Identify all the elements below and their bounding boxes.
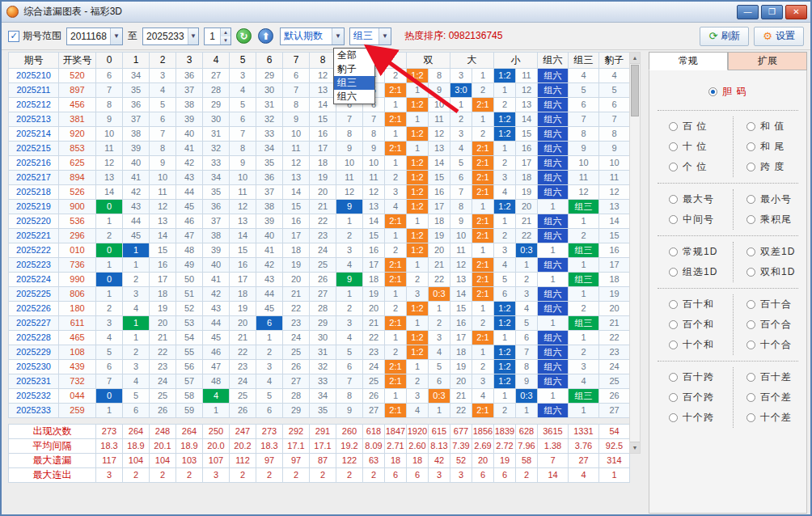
radio-option[interactable]: 最大号 (669, 189, 733, 209)
column-header: 7 (283, 53, 310, 69)
radio-option[interactable]: 百十和 (669, 294, 733, 315)
radio-option[interactable]: 百 位 (669, 116, 733, 137)
radio-option[interactable]: 十个差 (746, 408, 798, 428)
step-spinner[interactable]: 1 ▲▼ (204, 27, 231, 45)
radio-option[interactable]: 十个和 (669, 335, 733, 355)
radio-option[interactable]: 十 位 (669, 137, 733, 157)
close-button[interactable]: ✕ (785, 5, 807, 19)
spin-down-icon[interactable]: ▼ (221, 36, 230, 44)
omission-cell: 2:1 (385, 316, 407, 331)
omission-cell: 1 (494, 142, 516, 156)
stats-value: 3 (96, 468, 123, 483)
scrollbar-thumb[interactable] (631, 65, 639, 116)
omission-cell: 56 (176, 360, 203, 374)
jump-latest-icon[interactable]: ⬆ (258, 28, 273, 44)
radio-option[interactable]: 百个和 (669, 315, 733, 335)
omission-cell: 9 (516, 374, 538, 389)
vertical-scrollbar[interactable]: ▲ ▼ (629, 52, 641, 454)
settings-button[interactable]: ⚙ 设置 (754, 27, 804, 46)
to-label: 至 (128, 29, 137, 43)
radio-option[interactable]: 百个跨 (669, 387, 733, 408)
chevron-down-icon: ▼ (379, 28, 391, 44)
scroll-up-icon[interactable]: ▲ (630, 53, 640, 64)
omission-cell: 23 (283, 316, 310, 331)
radio-option[interactable]: 百个差 (746, 387, 798, 408)
apply-range-icon[interactable]: ↻ (236, 28, 252, 44)
range-checkbox[interactable]: ✓ (8, 31, 19, 42)
omission-cell: 39 (123, 142, 150, 156)
radio-option[interactable]: 跨 度 (746, 157, 798, 177)
radio-option[interactable]: 百十跨 (669, 367, 733, 387)
omission-cell: 2:1 (385, 404, 407, 418)
radio-option[interactable]: 和 值 (746, 116, 798, 137)
omission-cell: 1 (494, 83, 516, 98)
omission-cell: 20 (283, 273, 310, 287)
omission-cell: 36 (203, 200, 230, 214)
range-to-select[interactable]: 2025233 ▼ (142, 27, 199, 45)
omission-cell: 18 (450, 345, 472, 360)
radio-option[interactable]: 个 位 (669, 157, 733, 177)
omission-cell: 22 (310, 214, 336, 229)
radio-option[interactable]: 十个合 (746, 335, 798, 355)
range-from-select[interactable]: 2011168 ▼ (66, 27, 123, 45)
dropdown-item[interactable]: 组三 (334, 76, 374, 90)
title-bar: 综合遗漏图表 - 福彩3D — ❐ ✕ (2, 2, 810, 23)
omission-cell: 1 (450, 98, 472, 112)
table-row: 2025212456836538295318146611:21012:1213组… (9, 98, 630, 112)
omission-cell: 7 (599, 112, 630, 127)
omission-cell: 48 (203, 374, 230, 389)
radio-option[interactable]: 百十合 (746, 294, 798, 315)
omission-cell: 1 (538, 273, 569, 287)
omission-cell: 3 (96, 316, 123, 331)
omission-cell: 1:2 (494, 374, 516, 389)
omission-cell: 1:2 (407, 302, 429, 316)
omission-cell: 11 (363, 171, 385, 185)
radio-icon (669, 340, 678, 349)
drawn-number-cell: 465 (59, 331, 96, 345)
tab-extended[interactable]: 扩展 (728, 52, 807, 70)
scroll-down-icon[interactable]: ▼ (630, 442, 640, 453)
omission-cell: 19 (363, 287, 385, 302)
stats-value: 7.96 (516, 439, 538, 454)
spin-up-icon[interactable]: ▲ (221, 28, 230, 36)
omission-cell: 13 (283, 171, 310, 185)
omission-cell: 25 (150, 389, 176, 404)
omission-cell: 14 (310, 98, 336, 112)
radio-option[interactable]: 双和1D (746, 262, 798, 282)
radio-option[interactable]: 组选1D (669, 262, 733, 282)
stats-value: 20.0 (203, 439, 230, 454)
stats-value: 2 (150, 468, 176, 483)
drawn-number-cell: 920 (59, 127, 96, 142)
omission-cell: 26 (283, 360, 310, 374)
stats-value: 8.13 (429, 439, 450, 454)
omission-cell: 3 (516, 287, 538, 302)
type-filter-select[interactable]: 组三 ▼ (349, 27, 391, 45)
radio-option[interactable]: 双差1D (746, 242, 798, 262)
minimize-button[interactable]: — (737, 5, 759, 19)
radio-option-dan[interactable]: 胆 码 (658, 82, 798, 102)
radio-option[interactable]: 十个跨 (669, 408, 733, 428)
period-mode-select[interactable]: 默认期数 ▼ (280, 27, 345, 45)
omission-cell: 22 (283, 302, 310, 316)
radio-option[interactable]: 和 尾 (746, 137, 798, 157)
refresh-button[interactable]: ⟳ 刷新 (700, 27, 749, 46)
dropdown-item[interactable]: 组六 (334, 90, 374, 104)
omission-cell: 2 (472, 127, 494, 142)
radio-option[interactable]: 中间号 (669, 209, 733, 230)
radio-option[interactable]: 最小号 (746, 189, 798, 209)
stats-value: 6 (407, 468, 429, 483)
radio-option[interactable]: 乘积尾 (746, 209, 798, 230)
period-cell: 2025215 (9, 142, 59, 156)
tab-regular[interactable]: 常规 (649, 52, 728, 70)
dropdown-item[interactable]: 全部 (334, 49, 374, 62)
radio-option[interactable]: 百个合 (746, 315, 798, 335)
dropdown-item[interactable]: 豹子 (334, 62, 374, 76)
omission-cell: 21 (599, 316, 630, 331)
maximize-button[interactable]: ❐ (761, 5, 783, 19)
drawn-number-cell: 044 (59, 389, 96, 404)
radio-option[interactable]: 百十差 (746, 367, 798, 387)
drawn-number-cell: 180 (59, 302, 96, 316)
omission-cell: 15 (230, 243, 256, 258)
omission-cell: 9 (336, 404, 363, 418)
radio-option[interactable]: 常规1D (669, 242, 733, 262)
